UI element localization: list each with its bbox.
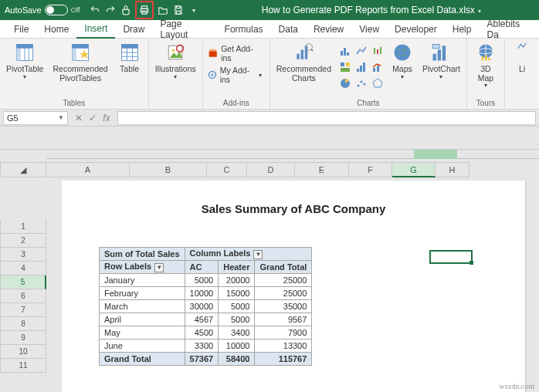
svg-rect-3 — [176, 6, 180, 8]
formula-bar[interactable] — [117, 111, 536, 125]
stat-chart-icon[interactable] — [354, 59, 369, 75]
tab-help[interactable]: Help — [445, 20, 480, 39]
tab-developer[interactable]: Developer — [387, 20, 445, 39]
row-header-9[interactable]: 9 — [0, 331, 46, 345]
illustrations-button[interactable]: Illustrations▾ — [152, 40, 199, 82]
svg-rect-45 — [357, 69, 359, 72]
sparklines-button[interactable]: Li — [508, 40, 536, 76]
enter-icon[interactable]: ✓ — [86, 113, 99, 123]
combo-chart-icon[interactable] — [370, 59, 385, 75]
row-header-10[interactable]: 10 — [0, 345, 46, 359]
svg-point-51 — [357, 85, 359, 87]
watermark: wsxdn.com — [499, 382, 534, 390]
autosave-state: Off — [71, 6, 80, 14]
pie-chart-icon[interactable] — [337, 76, 353, 91]
3d-map-button[interactable]: 3D Map▾ — [470, 40, 501, 91]
column-header-E[interactable]: E — [295, 162, 349, 177]
svg-rect-36 — [341, 51, 343, 56]
row-header-4[interactable]: 4 — [0, 262, 46, 275]
cancel-icon[interactable]: ✕ — [73, 113, 85, 123]
pivot-title: Sales Summary of ABC Company — [62, 181, 525, 215]
name-box[interactable]: G5 ▼ — [3, 111, 68, 125]
active-cell[interactable] — [429, 250, 473, 264]
pivotchart-button[interactable]: PivotChart▾ — [419, 40, 463, 82]
svg-rect-49 — [377, 66, 379, 72]
column-header-B[interactable]: B — [130, 162, 207, 177]
ruler-highlight — [414, 150, 457, 159]
row-header-7[interactable]: 7 — [0, 303, 46, 317]
svg-rect-31 — [297, 54, 300, 59]
hierarchy-chart-icon[interactable] — [337, 59, 353, 75]
save-icon[interactable] — [171, 3, 185, 17]
row-header-6[interactable]: 6 — [0, 289, 46, 303]
svg-rect-40 — [377, 49, 378, 54]
pivotchart-icon — [430, 42, 452, 63]
recommended-charts-button[interactable]: Recommended Charts — [273, 40, 334, 84]
autosave-label: AutoSave — [5, 5, 42, 15]
svg-rect-48 — [373, 68, 375, 72]
column-header-D[interactable]: D — [247, 162, 295, 177]
tab-review[interactable]: Review — [306, 20, 351, 39]
column-header-A[interactable]: A — [46, 162, 130, 177]
column-header-G[interactable]: G — [392, 162, 436, 177]
namebox-dropdown-icon[interactable]: ▼ — [58, 114, 64, 121]
formula-bar-buttons: ✕ ✓ fx — [68, 113, 117, 123]
tab-ablebits-da[interactable]: Ablebits Da — [479, 20, 539, 39]
line-chart-icon[interactable] — [354, 43, 369, 59]
column-header-F[interactable]: F — [349, 162, 392, 177]
tab-view[interactable]: View — [351, 20, 387, 39]
svg-rect-44 — [341, 68, 350, 72]
stock-chart-icon[interactable] — [370, 43, 385, 59]
quick-access-toolbar: ▾ — [85, 1, 204, 19]
qat-more-icon[interactable]: ▾ — [187, 3, 201, 17]
row-header-11[interactable]: 11 — [0, 359, 46, 373]
column-chart-icon[interactable] — [337, 43, 353, 59]
column-header-C[interactable]: C — [207, 162, 247, 177]
fx-icon[interactable]: fx — [100, 113, 113, 123]
maps-button[interactable]: Maps▾ — [388, 40, 416, 82]
toggle-switch[interactable] — [45, 5, 68, 15]
svg-point-55 — [394, 45, 410, 61]
group-charts: Recommended Charts Maps▾ PivotChart▾ — [270, 39, 467, 109]
svg-rect-63 — [482, 56, 484, 60]
radar-chart-icon[interactable] — [370, 76, 385, 91]
sheet-area: ◢ 1234567891011 ABCDEFGH Sales Summary o… — [0, 150, 539, 392]
tab-draw[interactable]: Draw — [115, 20, 152, 39]
svg-rect-32 — [301, 50, 304, 59]
illustrations-icon — [164, 42, 186, 63]
redo-icon[interactable] — [103, 3, 117, 17]
row-header-3[interactable]: 3 — [0, 248, 46, 262]
tab-formulas[interactable]: Formulas — [217, 20, 271, 39]
table-button[interactable]: Table — [114, 40, 145, 76]
tab-data[interactable]: Data — [271, 20, 306, 39]
fill-handle[interactable] — [470, 261, 473, 265]
print-icon[interactable] — [137, 3, 151, 17]
autosave-toggle[interactable]: AutoSave Off — [0, 5, 85, 15]
my-addins-button[interactable]: My Add-ins▾ — [206, 65, 263, 85]
row-header-5[interactable]: 5 — [0, 275, 46, 289]
undo-icon[interactable] — [88, 3, 102, 17]
tab-insert[interactable]: Insert — [76, 20, 115, 39]
touch-icon[interactable] — [119, 3, 133, 17]
line-sparkline-icon — [511, 42, 533, 63]
open-icon[interactable] — [156, 3, 170, 17]
select-all-corner[interactable]: ◢ — [0, 162, 46, 177]
pivottable-button[interactable]: PivotTable▾ — [3, 40, 46, 82]
svg-rect-58 — [442, 46, 446, 60]
column-header-H[interactable]: H — [436, 162, 470, 177]
svg-point-52 — [360, 81, 362, 83]
tab-file[interactable]: File — [6, 20, 36, 39]
recommended-pivot-button[interactable]: Recommended PivotTables — [49, 40, 110, 84]
pivot-table[interactable]: Sum of Total SalesColumn Labels▼Row Labe… — [99, 247, 312, 366]
group-label-illustrations — [175, 98, 177, 109]
get-addins-button[interactable]: Get Add-ins — [206, 43, 263, 63]
row-header-1[interactable]: 1 — [0, 220, 46, 234]
scatter-chart-icon[interactable] — [354, 76, 369, 91]
row-header-column: ◢ 1234567891011 — [0, 150, 46, 392]
tab-page-layout[interactable]: Page Layout — [152, 20, 216, 39]
page-paper: Sales Summary of ABC Company Sum of Tota… — [62, 181, 525, 392]
row-header-2[interactable]: 2 — [0, 234, 46, 248]
tab-home[interactable]: Home — [36, 20, 76, 39]
row-header-8[interactable]: 8 — [0, 317, 46, 331]
svg-rect-46 — [360, 66, 362, 72]
